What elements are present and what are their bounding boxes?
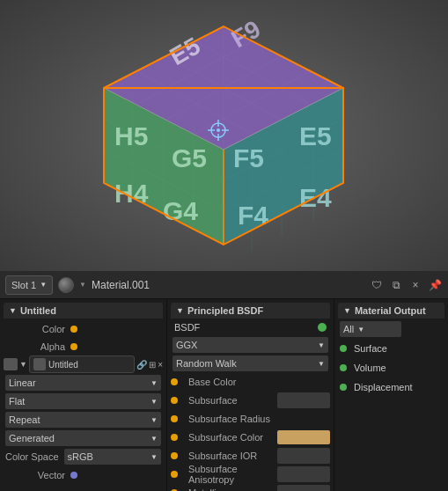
right-panel-title: Material Output — [355, 305, 426, 316]
repeat-row: Repeat ▼ — [4, 411, 163, 429]
subsurface-anisotropy-label: Subsurface Anisotropy — [183, 464, 275, 485]
volume-label: Volume — [354, 363, 386, 373]
subsurface-value[interactable]: 0.000 — [277, 392, 330, 408]
flat-label: Flat — [9, 396, 25, 407]
svg-text:F4: F4 — [238, 201, 268, 230]
random-walk-row: Random Walk ▼ — [171, 355, 330, 372]
texture-node[interactable]: Untitled — [29, 355, 135, 373]
color-dot — [70, 326, 77, 333]
shield-icon[interactable]: 🛡 — [369, 277, 385, 293]
bsdf-label: BSDF — [174, 322, 200, 333]
repeat-label: Repeat — [9, 414, 40, 425]
right-panel-header[interactable]: ▼ Material Output — [338, 303, 444, 319]
all-chevron: ▼ — [357, 326, 364, 333]
repeat-dropdown[interactable]: Repeat ▼ — [5, 412, 161, 428]
generated-row: Generated ▼ — [4, 429, 163, 447]
right-panel-triangle: ▼ — [343, 306, 351, 315]
color-row: Color — [4, 320, 163, 338]
left-panel-triangle: ▼ — [9, 306, 17, 315]
flat-dropdown[interactable]: Flat ▼ — [5, 393, 161, 409]
subsurface-row: Subsurface 0.000 — [171, 392, 330, 409]
color-label: Color — [4, 324, 70, 334]
slot-chevron: ▼ — [40, 281, 47, 289]
random-walk-label: Random Walk — [176, 358, 237, 369]
sphere-chevron-icon: ▼ — [79, 281, 86, 289]
left-panel-header[interactable]: ▼ Untitled — [4, 303, 163, 319]
ggx-label: GGX — [176, 340, 197, 350]
generated-dropdown[interactable]: Generated ▼ — [5, 430, 161, 446]
surface-label: Surface — [354, 343, 387, 354]
svg-text:H5: H5 — [114, 121, 148, 150]
bsdf-dot — [318, 323, 327, 332]
linear-dropdown[interactable]: Linear ▼ — [5, 375, 161, 391]
displacement-row: Displacement — [338, 377, 444, 397]
all-dropdown[interactable]: All ▼ — [340, 321, 401, 337]
ggx-chevron: ▼ — [318, 341, 325, 349]
properties-area: Slot 1 ▼ ▼ Material.001 🛡 ⧉ × 📌 ▼ Untitl… — [0, 271, 448, 491]
ggx-dropdown[interactable]: GGX ▼ — [173, 337, 328, 353]
subsurface-color-row: Subsurface Color — [171, 429, 330, 446]
svg-text:E5: E5 — [299, 121, 332, 150]
alpha-row: Alpha — [4, 338, 163, 355]
viewport-3d[interactable]: E5 F9 H5 H4 G4 G5 E5 E4 F4 F5 — [0, 0, 448, 271]
volume-dot — [340, 364, 347, 371]
subsurface-anisotropy-value[interactable]: 0.000 — [277, 466, 330, 482]
base-color-row: Base Color — [171, 373, 330, 391]
cube-view: E5 F9 H5 H4 G4 G5 E5 E4 F4 F5 — [0, 0, 448, 271]
displacement-label: Displacement — [354, 382, 413, 392]
panels-container: ▼ Untitled Color Alpha ▼ — [0, 299, 448, 491]
material-sphere-icon[interactable] — [58, 277, 74, 293]
surface-dot — [340, 345, 347, 352]
linear-chevron: ▼ — [151, 379, 158, 387]
subsurface-ior-value[interactable]: 1.400 — [277, 448, 330, 464]
flat-row: Flat ▼ — [4, 392, 163, 410]
svg-text:F5: F5 — [233, 143, 264, 172]
displacement-dot — [340, 384, 347, 391]
alpha-value — [70, 343, 163, 350]
metallic-row: Metallic 0.000 — [171, 484, 330, 491]
texture-node-label: Untitled — [48, 360, 78, 370]
material-name: Material.001 — [92, 279, 364, 291]
generated-label: Generated — [9, 433, 55, 443]
vector-dot — [70, 472, 77, 479]
texture-preview-icon — [4, 358, 18, 370]
random-walk-dropdown[interactable]: Random Walk ▼ — [173, 355, 328, 371]
svg-text:G4: G4 — [163, 196, 198, 225]
subsurface-ior-dot — [171, 452, 178, 459]
color-space-dropdown[interactable]: sRGB ▼ — [64, 449, 161, 465]
color-space-chevron: ▼ — [151, 453, 158, 461]
all-label: All — [343, 324, 354, 334]
header-bar: Slot 1 ▼ ▼ Material.001 🛡 ⧉ × 📌 — [0, 271, 448, 299]
linear-label: Linear — [9, 377, 36, 388]
surface-row: Surface — [338, 339, 444, 358]
svg-point-39 — [217, 128, 220, 132]
middle-panel-triangle: ▼ — [176, 306, 184, 315]
right-panel: ▼ Material Output All ▼ Surface Volume — [334, 299, 448, 491]
vector-label: Vector — [4, 470, 70, 480]
bsdf-header: BSDF — [171, 320, 330, 334]
close-icon[interactable]: × — [408, 277, 423, 293]
color-value — [70, 326, 163, 333]
subsurface-color-swatch[interactable] — [277, 430, 330, 444]
random-walk-chevron: ▼ — [318, 360, 325, 368]
vector-value — [70, 472, 163, 479]
alpha-label: Alpha — [4, 341, 70, 352]
middle-panel-title: Principled BSDF — [187, 305, 263, 316]
middle-panel: ▼ Principled BSDF BSDF GGX ▼ Random Walk… — [167, 299, 334, 491]
volume-row: Volume — [338, 358, 444, 377]
metallic-label: Metallic — [183, 487, 275, 491]
pin-icon[interactable]: 📌 — [427, 277, 443, 293]
copy-icon[interactable]: ⧉ — [388, 277, 404, 293]
subsurface-color-dot — [171, 434, 178, 441]
ggx-row: GGX ▼ — [171, 336, 330, 354]
slot-dropdown[interactable]: Slot 1 ▼ — [5, 275, 53, 295]
subsurface-anisotropy-dot — [171, 471, 178, 478]
subsurface-dot — [171, 397, 178, 404]
middle-panel-header[interactable]: ▼ Principled BSDF — [171, 303, 330, 319]
tex-node-icon — [33, 358, 46, 370]
metallic-value[interactable]: 0.000 — [277, 485, 330, 491]
subsurface-radius-label: Subsurface Radius — [183, 414, 330, 424]
subsurface-color-label: Subsurface Color — [183, 432, 275, 443]
subsurface-radius-row: Subsurface Radius — [171, 410, 330, 428]
alpha-dot — [70, 343, 77, 350]
